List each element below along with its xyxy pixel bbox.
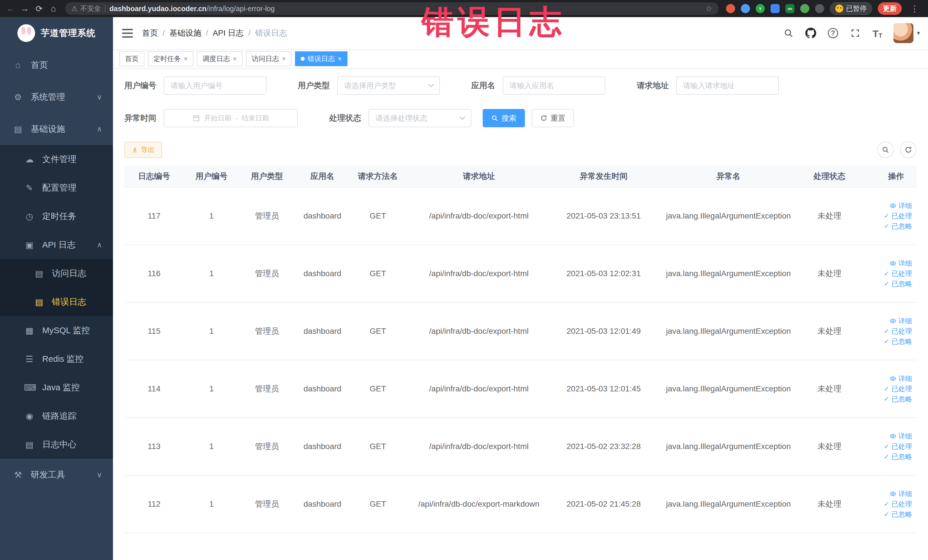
cell-exception: java.lang.IllegalArgumentException	[655, 245, 802, 302]
sidebar-item-label: 基础设施	[31, 123, 65, 135]
mark-processed-link[interactable]: ✓已处理	[857, 441, 912, 452]
user-id-input[interactable]	[171, 81, 259, 90]
breadcrumb-item[interactable]: 基础设施	[169, 27, 201, 38]
address-bar[interactable]: ⚠ 不安全 dashboard.yudao.iocoder.cn/infra/l…	[65, 2, 719, 15]
mark-ignored-link[interactable]: ✓已忽略	[857, 336, 912, 346]
processed-label: 已处理	[891, 499, 912, 509]
processed-label: 已处理	[891, 442, 912, 451]
sidebar-item-dev-tools[interactable]: ⚒ 研发工具 ∨	[0, 459, 113, 491]
toggle-search-button[interactable]	[877, 142, 894, 158]
sidebar-item-config-mgmt[interactable]: ✎ 配置管理	[0, 174, 113, 202]
browser-menu-icon[interactable]: ⋮	[907, 4, 922, 14]
gear-icon: ⚙	[12, 92, 23, 102]
sidebar-item-tracing[interactable]: ◉ 链路追踪	[0, 402, 113, 430]
mark-processed-link[interactable]: ✓已处理	[857, 384, 912, 394]
sidebar-item-mysql-monitor[interactable]: ▦ MySQL 监控	[0, 316, 113, 345]
reset-button[interactable]: 重置	[532, 109, 574, 127]
user-avatar-menu[interactable]: ▾	[893, 23, 920, 43]
mark-processed-link[interactable]: ✓已处理	[857, 499, 912, 509]
github-icon[interactable]	[804, 27, 817, 40]
detail-link[interactable]: 详细	[857, 258, 912, 269]
detail-link[interactable]: 详细	[857, 201, 912, 211]
mark-processed-link[interactable]: ✓已处理	[857, 326, 912, 336]
sidebar-item-file-mgmt[interactable]: ☁ 文件管理	[0, 145, 113, 174]
cell-actions: 详细 ✓已处理 ✓已忽略	[857, 475, 917, 533]
date-range-picker[interactable]: 开始日期 - 结束日期	[164, 109, 298, 127]
close-icon[interactable]: ×	[184, 55, 188, 63]
extension-icon[interactable]: Y	[756, 4, 765, 13]
sidebar-item-access-log[interactable]: ▤ 访问日志	[0, 259, 113, 288]
cell-actions: 详细 ✓已处理 ✓已忽略	[857, 187, 917, 245]
breadcrumb-item[interactable]: API 日志	[213, 27, 244, 38]
extension-icon[interactable]	[741, 4, 750, 13]
close-icon[interactable]: ×	[282, 55, 286, 63]
extension-icon[interactable]	[771, 4, 780, 13]
caret-down-icon: ▾	[917, 29, 920, 37]
security-chip[interactable]: ⚠ 不安全	[71, 4, 101, 13]
app-name-input-wrap	[503, 76, 605, 95]
request-url-input[interactable]	[683, 81, 772, 90]
cell-user-id: 1	[184, 245, 239, 302]
browser-reload-button[interactable]: ⟳	[32, 2, 46, 15]
start-date-placeholder: 开始日期	[204, 113, 231, 123]
browser-forward-button[interactable]: →	[18, 2, 31, 15]
sidebar-item-infrastructure[interactable]: ▤ 基础设施 ∧	[0, 113, 113, 145]
help-icon[interactable]: ?	[827, 27, 839, 40]
user-type-select[interactable]: 请选择用户类型	[337, 76, 440, 95]
detail-link[interactable]: 详细	[857, 316, 912, 326]
col-time: 异常发生时间	[552, 165, 655, 187]
mark-ignored-link[interactable]: ✓已忽略	[857, 452, 912, 462]
tab-error-log[interactable]: 错误日志 ×	[295, 51, 348, 66]
extension-icon[interactable]: on	[785, 4, 795, 13]
recording-paused-badge[interactable]: 已暂停	[830, 2, 872, 15]
tab-access-log[interactable]: 访问日志 ×	[246, 51, 292, 66]
sidebar-item-label: 日志中心	[42, 439, 76, 450]
tab-schedule-log[interactable]: 调度日志 ×	[197, 51, 243, 66]
detail-link[interactable]: 详细	[857, 374, 912, 384]
sidebar-item-java-monitor[interactable]: ⌨ Java 监控	[0, 373, 113, 402]
font-size-small: T	[879, 32, 882, 40]
mark-processed-link[interactable]: ✓已处理	[857, 269, 912, 279]
browser-home-button[interactable]: ⌂	[47, 2, 60, 15]
app-name-input[interactable]	[510, 81, 598, 90]
col-user-id: 用户编号	[184, 165, 239, 187]
breadcrumb-item[interactable]: 首页	[142, 27, 158, 38]
extension-icon[interactable]	[726, 4, 735, 13]
extensions-puzzle-icon[interactable]	[815, 4, 824, 13]
extension-icon[interactable]	[800, 4, 809, 13]
browser-update-button[interactable]: 更新	[878, 2, 902, 15]
search-button[interactable]: 搜索	[483, 109, 525, 127]
export-button[interactable]: 导出	[124, 142, 162, 158]
mark-ignored-link[interactable]: ✓已忽略	[857, 394, 912, 404]
close-icon[interactable]: ×	[233, 55, 237, 63]
sidebar-item-api-logs[interactable]: ▣ API 日志 ∧	[0, 230, 113, 259]
mark-ignored-link[interactable]: ✓已忽略	[857, 221, 912, 231]
hamburger-menu-icon[interactable]	[113, 29, 142, 38]
sidebar-item-log-center[interactable]: ▤ 日志中心	[0, 430, 113, 459]
detail-link[interactable]: 详细	[857, 431, 912, 441]
bookmark-star-icon[interactable]: ☆	[705, 4, 712, 14]
search-icon[interactable]	[782, 27, 795, 40]
sidebar-item-home[interactable]: ⌂ 首页	[0, 49, 113, 81]
font-size-icon[interactable]: TT	[871, 27, 884, 40]
mark-ignored-link[interactable]: ✓已忽略	[857, 509, 912, 519]
sidebar-item-scheduled-jobs[interactable]: ◷ 定时任务	[0, 202, 113, 230]
close-icon[interactable]: ×	[338, 55, 342, 63]
tab-scheduled-jobs[interactable]: 定时任务 ×	[148, 51, 194, 66]
mark-processed-link[interactable]: ✓已处理	[857, 211, 912, 221]
app-logo[interactable]: 芋道管理系统	[0, 17, 113, 49]
sidebar-item-redis-monitor[interactable]: ☰ Redis 监控	[0, 345, 113, 373]
sidebar-item-error-log[interactable]: ▤ 错误日志	[0, 288, 113, 316]
sidebar-item-label: 文件管理	[42, 154, 76, 165]
fullscreen-icon[interactable]	[849, 27, 862, 40]
mark-ignored-link[interactable]: ✓已忽略	[857, 279, 912, 289]
process-status-select[interactable]: 请选择处理状态	[369, 109, 471, 127]
col-app-name: 应用名	[295, 165, 350, 187]
refresh-icon	[540, 115, 547, 122]
detail-link[interactable]: 详细	[857, 489, 912, 499]
refresh-table-button[interactable]	[900, 142, 917, 158]
tab-home[interactable]: 首页	[119, 51, 144, 66]
cell-time: 2021-05-03 12:01:45	[552, 360, 655, 418]
browser-back-button[interactable]: ←	[4, 2, 17, 15]
sidebar-item-system-mgmt[interactable]: ⚙ 系统管理 ∨	[0, 81, 113, 113]
